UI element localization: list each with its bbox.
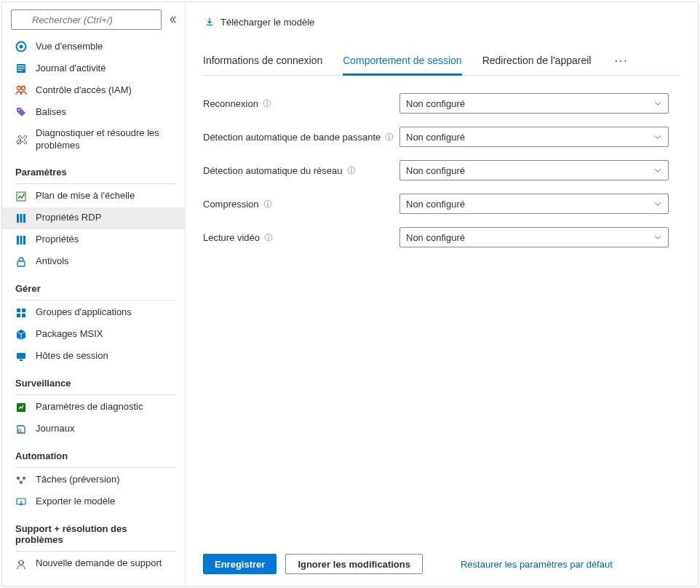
app-groups-icon [15,307,27,319]
sidebar-item-app-groups[interactable]: Groupes d'applications [2,302,185,324]
svg-rect-52 [269,237,269,239]
scaling-icon [15,191,27,202]
rdp-icon [15,212,27,224]
sidebar-item-label: Plan de mise à l'échelle [36,190,135,202]
form-row-compression: Compression Non configuré [203,194,680,214]
download-icon [204,17,215,27]
svg-rect-46 [351,170,351,172]
section-header-monitoring: Surveillance [2,368,185,392]
sidebar-item-label: Hôtes de session [36,350,108,362]
tab-session-behavior[interactable]: Comportement de session [343,55,461,76]
tab-device-redirection[interactable]: Redirection de l'appareil [482,55,592,76]
diagnostic-icon [15,402,27,413]
svg-rect-35 [18,562,20,563]
save-button[interactable]: Enregistrer [203,554,277,574]
sidebar-item-tags[interactable]: Balises [2,101,185,123]
main-panel: Télécharger le modèle Informations de co… [186,2,698,586]
sidebar-item-iam[interactable]: Contrôle d'accès (IAM) [2,79,185,101]
tab-connection-info[interactable]: Informations de connexion [203,55,322,76]
select-video[interactable]: Non configuré [399,227,669,247]
svg-point-42 [389,135,390,135]
svg-point-51 [268,235,269,236]
sidebar-item-activity-log[interactable]: Journal d'activité [2,57,185,79]
download-template-button[interactable]: Télécharger le modèle [203,14,316,31]
select-value: Non configuré [406,232,465,243]
export-icon [15,496,27,508]
svg-rect-20 [17,261,25,266]
sidebar-item-locks[interactable]: Antivols [2,251,185,273]
sidebar-item-diagnostic-settings[interactable]: Paramètres de diagnostic [2,397,185,418]
chevron-down-icon [653,132,662,141]
form-label: Reconnexion [203,98,258,109]
activity-log-icon [15,63,27,74]
sidebar-item-scaling-plan[interactable]: Plan de mise à l'échelle [2,186,185,207]
svg-rect-22 [22,309,25,312]
sidebar-item-export-template[interactable]: Exporter le modèle [2,491,185,513]
sidebar-item-label: Groupes d'applications [36,306,132,319]
sidebar-item-label: Nouvelle demande de support [36,557,162,570]
diagnose-icon [15,134,27,146]
info-icon[interactable] [264,233,273,242]
svg-point-9 [22,87,25,90]
sidebar-item-diagnose[interactable]: Diagnostiquer et résoudre les problèmes [2,123,185,156]
svg-rect-23 [17,314,20,317]
sidebar-item-label: Paramètres de diagnostic [36,401,143,413]
restore-defaults-link[interactable]: Restaurer les paramètres par défaut [461,559,613,570]
select-reconnect[interactable]: Non configuré [399,93,669,114]
info-icon[interactable] [263,199,272,208]
svg-rect-21 [17,309,20,312]
info-icon[interactable] [385,132,394,141]
footer: Enregistrer Ignorer les modifications Re… [203,554,613,574]
search-input[interactable] [11,9,162,30]
select-network[interactable]: Non configuré [399,160,669,180]
sidebar-item-label: Journal d'activité [36,63,106,75]
sidebar-item-rdp-properties[interactable]: Propriétés RDP [2,207,185,229]
divider [15,300,176,301]
sidebar-item-label: Diagnostiquer et résoudre les problèmes [36,127,176,152]
svg-rect-25 [17,353,25,359]
sidebar-item-label: Packages MSIX [36,328,103,341]
info-icon[interactable] [263,99,271,108]
discard-button[interactable]: Ignorer les modifications [285,554,423,574]
select-bandwidth[interactable]: Non configuré [399,127,669,147]
svg-rect-49 [267,203,268,206]
sidebar-item-properties[interactable]: Propriétés [2,229,185,251]
select-value: Non configuré [406,165,465,176]
sidebar-item-label: Vue d'ensemble [36,41,103,53]
svg-point-39 [266,101,267,102]
sidebar-item-tasks[interactable]: Tâches (préversion) [2,469,185,491]
svg-rect-17 [17,236,19,245]
sidebar-item-logs[interactable]: Journaux [2,418,185,440]
form: Reconnexion Non configuré Détection auto… [203,93,680,247]
sidebar-item-msix[interactable]: Packages MSIX [2,324,185,346]
section-header-manage: Gérer [2,273,185,297]
sidebar-item-label: Antivols [36,255,69,268]
svg-point-45 [351,168,351,169]
svg-point-10 [18,109,20,111]
chevron-down-icon [653,99,662,108]
sidebar: Vue d'ensemble Journal d'activité Contrô… [2,2,186,586]
tab-overflow-icon[interactable]: ··· [611,55,631,75]
sidebar-item-session-hosts[interactable]: Hôtes de session [2,346,185,368]
session-hosts-icon [15,351,27,362]
section-header-settings: Paramètres [2,156,185,180]
select-compression[interactable]: Non configuré [399,194,669,214]
chevron-down-icon [653,199,662,208]
section-header-automation: Automation [2,440,185,464]
sidebar-item-overview[interactable]: Vue d'ensemble [2,36,185,57]
divider [15,551,176,552]
sidebar-item-label: Propriétés RDP [36,212,101,224]
sidebar-item-new-support-request[interactable]: Nouvelle demande de support [2,553,185,575]
iam-icon [15,84,27,96]
info-icon[interactable] [347,166,356,175]
form-label: Lecture vidéo [203,232,260,243]
divider [15,394,176,395]
collapse-sidebar-icon[interactable] [167,15,178,25]
svg-rect-5 [17,65,25,66]
svg-rect-24 [22,314,25,317]
overview-icon [15,41,27,52]
svg-point-34 [19,560,23,565]
tasks-icon [15,474,27,486]
svg-point-28 [18,429,21,432]
form-label: Détection automatique de bande passante [203,132,381,143]
